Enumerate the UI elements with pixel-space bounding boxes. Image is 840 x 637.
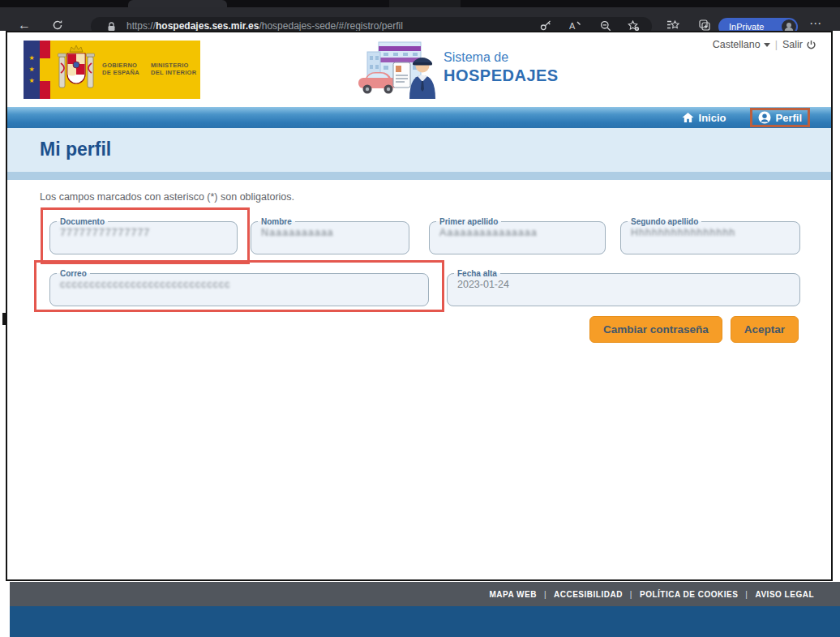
ministry-line2: DEL INTERIOR bbox=[151, 69, 196, 76]
ministry-banner: GOBIERNO DE ESPAÑA MINISTERIO DEL INTERI… bbox=[50, 41, 200, 99]
coat-of-arms-icon bbox=[58, 44, 95, 99]
user-icon bbox=[758, 111, 771, 124]
nav-label-perfil: Perfil bbox=[775, 112, 802, 124]
chevron-down-icon bbox=[764, 43, 770, 47]
ministry-text: MINISTERIO DEL INTERIOR bbox=[151, 62, 196, 76]
primer-apellido-value: Aaaaaaaaaaaaaaa bbox=[433, 226, 605, 238]
svg-text:A: A bbox=[569, 21, 576, 31]
fecha-alta-label: Fecha alta bbox=[454, 269, 500, 278]
footer-link-politica-cookies[interactable]: POLÍTICA DE COOKIES bbox=[623, 590, 738, 599]
hospedajes-logo-icon bbox=[358, 41, 439, 104]
url-scheme: https:// bbox=[126, 20, 156, 32]
change-password-button[interactable]: Cambiar contraseña bbox=[589, 316, 722, 343]
segundo-apellido-label: Segundo apellido bbox=[628, 217, 701, 226]
footer-link-aviso-legal[interactable]: AVISO LEGAL bbox=[738, 590, 814, 599]
page-frame: ★ ★ ★ bbox=[6, 31, 833, 581]
button-row: Cambiar contraseña Aceptar bbox=[589, 316, 799, 343]
segundo-apellido-field[interactable]: Segundo apellido Hhhhhhhhhhhhhhhh bbox=[620, 217, 800, 254]
correo-value: ccccccccccccccccccccccccccccc bbox=[54, 278, 428, 290]
nombre-field[interactable]: Nombre Naaaaaaaaaa bbox=[251, 217, 409, 254]
logout-button[interactable]: Salir bbox=[782, 39, 816, 50]
title-strip bbox=[7, 172, 831, 180]
spain-flag-strip bbox=[40, 41, 50, 99]
browser-menu-icon[interactable]: ⋯ bbox=[809, 17, 822, 29]
documento-field[interactable]: Documento 77777777777777 bbox=[49, 217, 238, 254]
site-header: ★ ★ ★ bbox=[7, 32, 831, 107]
eu-star: ★ bbox=[28, 55, 34, 62]
primer-apellido-field[interactable]: Primer apellido Aaaaaaaaaaaaaaa bbox=[429, 217, 606, 254]
primer-apellido-label: Primer apellido bbox=[436, 217, 501, 226]
correo-label: Correo bbox=[57, 269, 90, 278]
segundo-apellido-value: Hhhhhhhhhhhhhhhh bbox=[624, 226, 799, 238]
gov-line1: GOBIERNO bbox=[102, 62, 139, 69]
documento-value: 77777777777777 bbox=[54, 226, 237, 238]
app-title-line2: HOSPEDAJES bbox=[444, 66, 559, 85]
nombre-value: Naaaaaaaaaa bbox=[255, 226, 409, 238]
footer-links-bar: MAPA WEB ACCESIBILIDAD POLÍTICA DE COOKI… bbox=[10, 582, 840, 606]
required-note: Los campos marcados con asterisco (*) so… bbox=[40, 191, 294, 203]
app-title-line1: Sistema de bbox=[444, 50, 508, 65]
gov-text: GOBIERNO DE ESPAÑA bbox=[102, 62, 139, 76]
browser-toolbar: ← https://hospedajes.ses.mir.es/hospedaj… bbox=[0, 7, 840, 31]
eu-star: ★ bbox=[28, 66, 34, 73]
left-border-mark bbox=[2, 313, 7, 325]
correo-field[interactable]: Correo ccccccccccccccccccccccccccccc bbox=[49, 269, 429, 306]
ministry-line1: MINISTERIO bbox=[151, 62, 196, 69]
separator: | bbox=[775, 39, 778, 50]
nombre-label: Nombre bbox=[258, 217, 295, 226]
nav-item-inicio[interactable]: Inicio bbox=[682, 112, 726, 124]
language-label: Castellano bbox=[713, 39, 761, 50]
footer-link-mapa-web[interactable]: MAPA WEB bbox=[489, 590, 536, 599]
accept-button[interactable]: Aceptar bbox=[731, 316, 799, 343]
power-icon bbox=[806, 40, 816, 50]
logout-label: Salir bbox=[782, 39, 803, 50]
url-text[interactable]: https://hospedajes.ses.mir.es/hospedajes… bbox=[126, 20, 403, 32]
government-logo[interactable]: ★ ★ ★ bbox=[24, 41, 200, 99]
eu-flag: ★ ★ ★ bbox=[24, 41, 40, 99]
documento-label: Documento bbox=[57, 217, 108, 226]
gov-line2: DE ESPAÑA bbox=[102, 69, 139, 76]
title-band: Mi perfil bbox=[7, 128, 831, 172]
nav-label-inicio: Inicio bbox=[699, 112, 726, 124]
header-links: Castellano | Salir bbox=[713, 39, 816, 50]
main-navbar: Inicio Perfil bbox=[7, 107, 831, 128]
fecha-alta-value: 2023-01-24 bbox=[451, 278, 799, 290]
screen: ← https://hospedajes.ses.mir.es/hospedaj… bbox=[0, 0, 840, 637]
footer-blue-bar bbox=[10, 606, 840, 637]
back-icon[interactable]: ← bbox=[18, 19, 31, 31]
nav-item-perfil[interactable]: Perfil bbox=[750, 108, 810, 127]
eu-star: ★ bbox=[28, 78, 34, 84]
footer-link-accesibilidad[interactable]: ACCESIBILIDAD bbox=[537, 590, 623, 599]
fecha-alta-field[interactable]: Fecha alta 2023-01-24 bbox=[447, 269, 800, 306]
home-icon bbox=[682, 112, 694, 123]
language-selector[interactable]: Castellano bbox=[713, 39, 770, 50]
browser-tabstrip bbox=[0, 0, 840, 7]
url-path: /hospedajes-sede/#/registro/perfil bbox=[259, 20, 402, 32]
url-domain: hospedajes.ses.mir.es bbox=[156, 20, 259, 32]
browser-tab[interactable] bbox=[128, 0, 227, 7]
browser-tab-shadow bbox=[389, 0, 461, 7]
page-title: Mi perfil bbox=[40, 139, 111, 160]
